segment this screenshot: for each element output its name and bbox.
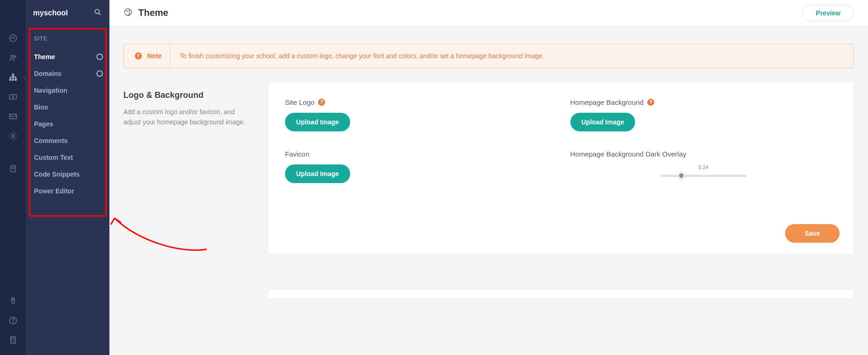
- dashboard-icon[interactable]: [4, 29, 22, 48]
- section-divider: [123, 277, 854, 277]
- site-icon[interactable]: [4, 68, 22, 87]
- svg-point-3: [12, 74, 14, 75]
- sidebar-item-comments[interactable]: Comments: [32, 132, 109, 149]
- brand-row: myschool: [26, 0, 109, 26]
- sidebar-item-label: Navigation: [34, 87, 68, 94]
- field-label: Homepage Background Dark Overlay: [570, 150, 686, 158]
- secondary-sidebar: myschool SITE Theme Domains Navigation B…: [26, 0, 109, 355]
- field-homepage-bg: Homepage Background? Upload Image: [570, 98, 837, 131]
- svg-rect-8: [9, 114, 16, 119]
- logo-background-card: Site Logo? Upload Image Homepage Backgro…: [268, 82, 854, 254]
- note-banner: ? Note To finish customizing your school…: [123, 44, 854, 68]
- sidebar-item-theme[interactable]: Theme: [32, 48, 109, 65]
- field-label: Homepage Background: [570, 98, 644, 106]
- note-text: To finish customizing your school, add a…: [170, 44, 544, 68]
- brand-name: myschool: [33, 9, 68, 17]
- icon-sidebar: [0, 0, 26, 355]
- sidebar-item-label: Code Snippets: [34, 171, 80, 178]
- save-button[interactable]: Save: [785, 224, 840, 243]
- svg-text:?: ?: [137, 53, 140, 59]
- sidebar-item-label: Custom Text: [34, 154, 73, 161]
- svg-rect-14: [11, 337, 15, 344]
- sidebar-item-label: Theme: [34, 53, 55, 61]
- users-icon[interactable]: [4, 48, 22, 67]
- upload-site-logo-button[interactable]: Upload Image: [285, 113, 350, 131]
- help-icon[interactable]: [4, 311, 22, 330]
- sidebar-item-label: Power Editor: [34, 187, 74, 195]
- upload-homepage-bg-button[interactable]: Upload Image: [570, 113, 636, 131]
- section-title: Logo & Background: [123, 90, 254, 100]
- help-icon[interactable]: ?: [647, 99, 654, 106]
- sidebar-item-label: Bios: [34, 103, 48, 111]
- page-title: Theme: [138, 7, 168, 18]
- svg-point-11: [12, 299, 14, 300]
- content-area: ? Note To finish customizing your school…: [109, 26, 868, 355]
- svg-point-0: [9, 35, 16, 42]
- slider-track: [660, 175, 746, 177]
- field-overlay: Homepage Background Dark Overlay 0.24: [570, 150, 837, 183]
- svg-point-17: [127, 10, 128, 11]
- svg-point-6: [15, 79, 16, 80]
- svg-point-15: [95, 9, 99, 14]
- next-card-peek: [268, 289, 854, 299]
- section-description: Logo & Background Add a custom logo and/…: [123, 82, 254, 254]
- svg-point-9: [12, 135, 14, 137]
- note-label-wrap: ? Note: [124, 44, 170, 68]
- svg-point-1: [11, 55, 13, 57]
- svg-point-13: [13, 322, 13, 323]
- svg-point-2: [14, 55, 16, 57]
- email-icon[interactable]: [4, 107, 22, 126]
- billing-icon[interactable]: [4, 88, 22, 106]
- field-label: Favicon: [285, 150, 310, 158]
- sidebar-item-label: Domains: [34, 70, 61, 77]
- theme-icon: [123, 7, 133, 19]
- search-icon[interactable]: [94, 8, 102, 18]
- status-ring-icon: [96, 70, 103, 77]
- top-header: Theme Preview: [109, 0, 868, 26]
- sidebar-item-label: Comments: [34, 137, 68, 144]
- sidebar-item-pages[interactable]: Pages: [32, 116, 109, 132]
- status-ring-icon: [96, 54, 103, 60]
- docs-icon[interactable]: [4, 159, 22, 178]
- launch-icon[interactable]: [4, 292, 22, 310]
- svg-point-5: [12, 79, 14, 80]
- note-label: Note: [147, 52, 162, 60]
- upload-favicon-button[interactable]: Upload Image: [285, 164, 350, 183]
- sidebar-item-code-snippets[interactable]: Code Snippets: [32, 166, 109, 183]
- sidebar-item-bios[interactable]: Bios: [32, 99, 109, 116]
- sidebar-item-navigation[interactable]: Navigation: [32, 82, 109, 99]
- field-label: Site Logo: [285, 98, 314, 106]
- sidebar-item-label: Pages: [34, 120, 53, 128]
- note-help-icon: ?: [134, 52, 142, 60]
- svg-point-4: [9, 79, 11, 80]
- section-desc: Add a custom logo and/or favicon, and ad…: [123, 107, 254, 128]
- field-favicon: Favicon Upload Image: [285, 150, 552, 183]
- help-icon[interactable]: ?: [318, 99, 325, 106]
- sidebar-list: SITE Theme Domains Navigation Bios Pages…: [26, 26, 109, 204]
- preview-button[interactable]: Preview: [802, 5, 854, 21]
- overlay-slider-value: 0.24: [570, 164, 837, 170]
- svg-point-18: [129, 10, 130, 11]
- sidebar-item-custom-text[interactable]: Custom Text: [32, 149, 109, 166]
- overlay-slider[interactable]: [660, 172, 746, 179]
- sidebar-item-domains[interactable]: Domains: [32, 65, 109, 82]
- sidebar-section-header: SITE: [34, 35, 108, 42]
- field-site-logo: Site Logo? Upload Image: [285, 98, 552, 131]
- slider-thumb[interactable]: [678, 172, 685, 179]
- calculator-icon[interactable]: [4, 331, 22, 349]
- sidebar-item-power-editor[interactable]: Power Editor: [32, 183, 109, 199]
- settings-icon[interactable]: [4, 127, 22, 145]
- svg-point-19: [129, 12, 130, 13]
